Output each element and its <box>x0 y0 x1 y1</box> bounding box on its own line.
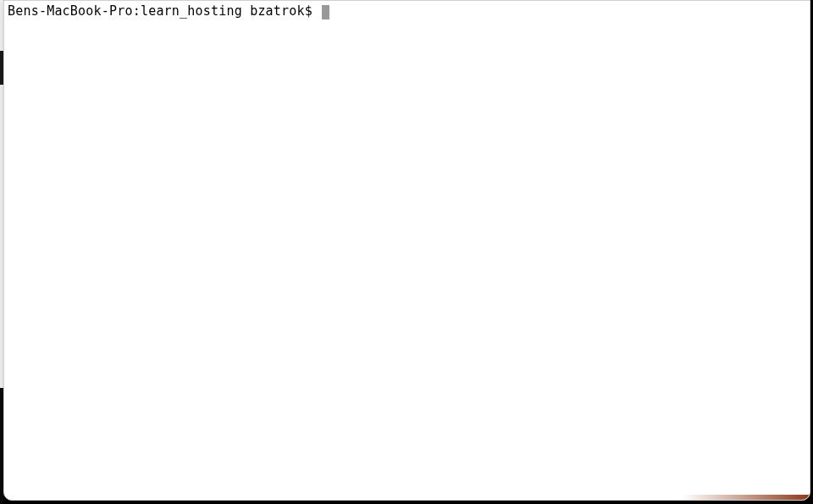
terminal-window: Bens-MacBook-Pro:learn_hosting bzatrok$ <box>3 0 810 501</box>
terminal-cursor <box>322 5 329 19</box>
terminal-content-area[interactable]: Bens-MacBook-Pro:learn_hosting bzatrok$ <box>4 1 810 500</box>
window-corner-accent <box>683 495 810 500</box>
prompt-line: Bens-MacBook-Pro:learn_hosting bzatrok$ <box>8 3 329 19</box>
shell-prompt: Bens-MacBook-Pro:learn_hosting bzatrok$ <box>8 3 320 19</box>
